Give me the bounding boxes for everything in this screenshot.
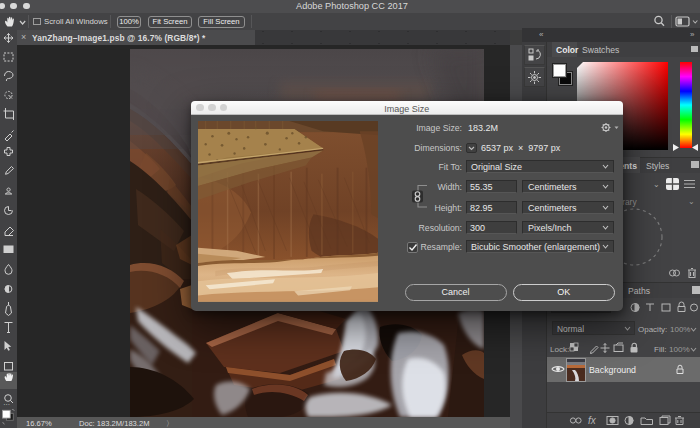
svg-text:fx: fx bbox=[588, 415, 597, 426]
